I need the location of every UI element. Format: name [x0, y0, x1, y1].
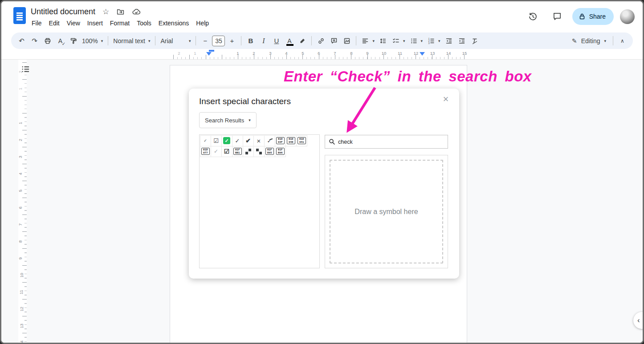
chevron-down-icon: ▾	[403, 39, 405, 43]
share-button[interactable]: Share	[572, 8, 614, 25]
move-folder-icon[interactable]	[116, 8, 125, 16]
ruler-number: 10	[382, 51, 387, 56]
document-title[interactable]: Untitled document	[31, 7, 95, 16]
unrenderable-glyph-box: 01D977	[201, 148, 210, 155]
lock-icon	[579, 13, 586, 20]
horizontal-ruler[interactable]: 21123456789101112131415	[1, 49, 643, 60]
char-cell-check-with-stroke[interactable]: ✓	[264, 135, 275, 146]
char-cell-ballot-box-check[interactable]: ☑	[211, 135, 222, 146]
char-cell-check-mark[interactable]: ✓	[232, 135, 243, 146]
menu-extensions[interactable]: Extensions	[155, 18, 192, 28]
hex-line: 01F	[278, 149, 282, 151]
vertical-ruler[interactable]: 211234567891011121314	[18, 60, 27, 343]
ruler-number: 9	[366, 51, 368, 56]
menu-format[interactable]: Format	[106, 18, 133, 28]
decrease-indent-button[interactable]	[443, 35, 455, 47]
category-dropdown[interactable]: Search Results ▾	[199, 112, 257, 128]
char-cell-u1d940[interactable]: 01D940	[285, 135, 297, 146]
menu-tools[interactable]: Tools	[133, 18, 155, 28]
spellcheck-button[interactable]: A✓	[54, 35, 66, 47]
line-spacing-button[interactable]	[377, 35, 389, 47]
char-cell-light-check[interactable]: ✓	[211, 146, 222, 157]
hex-line: 940	[289, 141, 293, 143]
highlight-color-button[interactable]	[296, 35, 308, 47]
indent-marker-bar[interactable]	[209, 50, 214, 52]
ruler-number: 1	[18, 88, 23, 90]
hex-line: 01D	[289, 138, 293, 140]
menu-insert[interactable]: Insert	[84, 18, 106, 28]
ruler-number: 1	[236, 51, 239, 56]
ruler-number: 6	[18, 206, 23, 209]
char-cell-ballot-box-check-bold[interactable]: ☑	[221, 146, 232, 157]
hex-line: 01F	[267, 149, 272, 151]
char-cell-x-mark[interactable]: ×	[253, 135, 265, 146]
paint-format-button[interactable]	[67, 35, 79, 47]
font-select[interactable]: Arial▾	[159, 35, 192, 47]
star-icon[interactable]: ☆	[102, 7, 109, 16]
insert-link-button[interactable]	[315, 35, 327, 47]
ruler-number: 11	[19, 290, 24, 295]
google-docs-window: Untitled document ☆ FileEditViewInsertFo…	[0, 0, 644, 344]
account-avatar[interactable]	[620, 9, 635, 24]
ruler-number: 2	[18, 139, 23, 141]
hex-line: 93F	[278, 141, 282, 143]
comments-icon[interactable]	[548, 8, 566, 25]
draw-symbol-panel[interactable]: Draw a symbol here	[325, 155, 448, 268]
left-margin-marker[interactable]	[206, 52, 212, 56]
hide-menus-button[interactable]: ∧	[616, 35, 628, 47]
char-cell-u1d977[interactable]: 01D977	[200, 146, 211, 157]
increase-font-size-button[interactable]: +	[226, 35, 238, 47]
editing-mode-select[interactable]: ✎ Editing ▾	[568, 37, 610, 45]
docs-logo-icon[interactable]	[13, 7, 26, 24]
char-cell-u1d93f[interactable]: 01D93F	[275, 135, 286, 146]
menu-help[interactable]: Help	[192, 18, 212, 28]
ruler-number: 11	[398, 51, 402, 56]
undo-button[interactable]: ↶	[16, 35, 28, 47]
char-cell-u1fb96[interactable]: 01FB96	[275, 146, 286, 157]
close-icon[interactable]: ×	[440, 93, 452, 105]
chevron-down-icon: ▾	[438, 39, 440, 43]
version-history-icon[interactable]	[524, 8, 542, 25]
char-cell-u1fb95[interactable]: 01FB95	[264, 146, 275, 157]
square	[256, 149, 259, 151]
align-select[interactable]: ▾	[359, 35, 376, 47]
bulleted-list-select[interactable]: ▾	[408, 35, 425, 47]
clear-formatting-button[interactable]	[469, 35, 481, 47]
increase-indent-button[interactable]	[456, 35, 468, 47]
bold-button[interactable]: B	[245, 35, 257, 47]
font-size-input[interactable]: 35	[212, 36, 225, 46]
menu-file[interactable]: File	[28, 18, 45, 28]
menu-edit[interactable]: Edit	[45, 18, 63, 28]
char-cell-u1fbb1[interactable]: 01FBB1	[232, 146, 243, 157]
text-color-button[interactable]: A	[283, 35, 295, 47]
decrease-font-size-button[interactable]: −	[199, 35, 211, 47]
ruler-number: 1	[194, 51, 196, 56]
char-cell-squares-diagonal-ne[interactable]	[243, 146, 254, 157]
chevron-down-icon: ▾	[249, 118, 251, 122]
underline-button[interactable]: U	[270, 35, 282, 47]
toolbar: ↶ ↷ A✓ 100%▾ Normal text▾ Arial▾ − 35 + …	[11, 32, 633, 49]
char-cell-green-check-emoji[interactable]: ✓	[221, 135, 232, 146]
right-margin-marker[interactable]	[420, 52, 425, 56]
char-cell-small-check[interactable]: ✓	[200, 135, 211, 146]
char-cell-u1d941[interactable]: 01D941	[296, 135, 307, 146]
print-button[interactable]	[41, 35, 53, 47]
redo-button[interactable]: ↷	[29, 35, 41, 47]
add-comment-button[interactable]	[328, 35, 340, 47]
paragraph-style-select[interactable]: Normal text▾	[111, 35, 152, 47]
square	[245, 152, 248, 154]
ruler-number: 3	[18, 156, 23, 158]
numbered-list-select[interactable]: 123 ▾	[425, 35, 442, 47]
cloud-saved-icon[interactable]	[132, 8, 141, 16]
char-cell-heavy-check-mark[interactable]: ✔	[243, 135, 254, 146]
checklist-select[interactable]: ▾	[390, 35, 407, 47]
draw-area[interactable]: Draw a symbol here	[330, 160, 443, 263]
document-outline-icon[interactable]	[21, 65, 30, 76]
insert-image-button[interactable]	[341, 35, 353, 47]
ruler-number: 10	[19, 273, 24, 278]
char-cell-squares-diagonal-nw[interactable]	[253, 146, 265, 157]
share-label: Share	[589, 13, 606, 20]
italic-button[interactable]: I	[257, 35, 269, 47]
menu-view[interactable]: View	[63, 18, 84, 28]
zoom-select[interactable]: 100%▾	[80, 35, 105, 47]
